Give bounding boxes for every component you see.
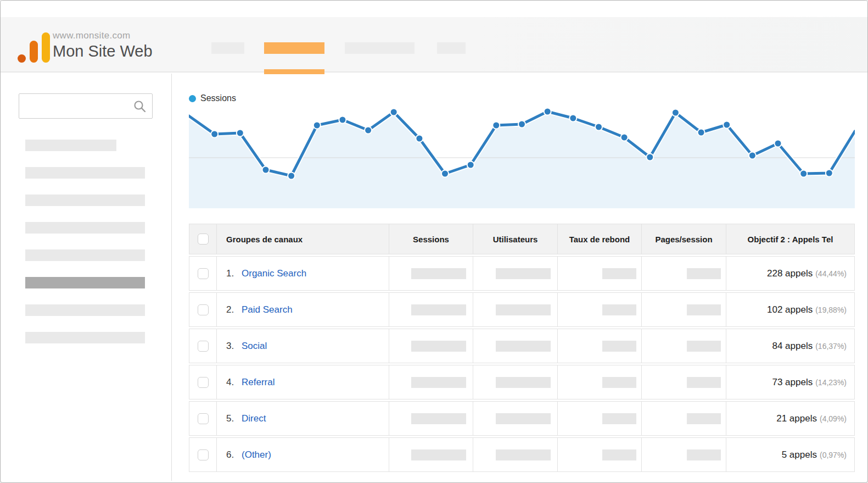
objective-value: 21 appels bbox=[776, 413, 817, 424]
chart-data-point bbox=[569, 115, 576, 122]
row-checkbox-cell bbox=[189, 329, 217, 363]
placeholder-bar bbox=[602, 268, 636, 279]
pages-session-cell bbox=[642, 401, 726, 436]
table-header-row: Groupes de canaux Sessions Utilisateurs … bbox=[189, 224, 855, 254]
placeholder-bar bbox=[411, 449, 466, 460]
row-checkbox[interactable] bbox=[198, 304, 209, 315]
placeholder-bar bbox=[411, 341, 466, 352]
row-rank: 6. bbox=[226, 449, 242, 460]
chart-data-point bbox=[698, 129, 705, 136]
bounce-rate-cell bbox=[558, 256, 642, 291]
pages-session-cell bbox=[642, 329, 726, 363]
objective-cell: 84 appels(16,37%) bbox=[726, 329, 855, 363]
row-rank: 2. bbox=[226, 304, 242, 315]
chart-data-point bbox=[262, 166, 270, 174]
objective-percent: (4,09%) bbox=[820, 414, 847, 423]
channel-link[interactable]: (Other) bbox=[242, 449, 271, 460]
channel-link[interactable]: Direct bbox=[242, 413, 266, 424]
channels-table: Groupes de canaux Sessions Utilisateurs … bbox=[189, 222, 855, 474]
objective-value: 102 appels bbox=[767, 304, 813, 315]
chart-data-point bbox=[288, 173, 295, 180]
bounce-rate-cell bbox=[558, 329, 642, 363]
pages-session-cell bbox=[642, 256, 726, 291]
sidebar-item-4[interactable] bbox=[25, 222, 145, 234]
search-icon bbox=[133, 99, 147, 113]
placeholder-bar bbox=[687, 377, 721, 388]
placeholder-bar bbox=[496, 449, 551, 460]
row-checkbox[interactable] bbox=[198, 449, 209, 460]
placeholder-bar bbox=[496, 341, 551, 352]
channel-link[interactable]: Organic Search bbox=[242, 268, 306, 279]
placeholder-bar bbox=[602, 377, 636, 388]
objective-cell: 102 appels(19,88%) bbox=[726, 292, 855, 327]
sidebar-item-7[interactable] bbox=[25, 304, 145, 316]
chart-data-point bbox=[544, 108, 551, 115]
objective-cell: 73 appels(14,23%) bbox=[726, 365, 855, 399]
placeholder-bar bbox=[687, 413, 721, 424]
sidebar-item-1[interactable] bbox=[25, 140, 116, 151]
row-checkbox-cell bbox=[189, 437, 217, 472]
sidebar-item-2[interactable] bbox=[25, 167, 145, 179]
active-tab-underline bbox=[264, 69, 324, 74]
chart-data-point bbox=[518, 121, 525, 128]
placeholder-bar bbox=[411, 268, 466, 279]
sessions-cell bbox=[389, 256, 473, 291]
pages-session-cell bbox=[642, 292, 726, 327]
col-header-users: Utilisateurs bbox=[473, 224, 558, 254]
channel-link[interactable]: Referral bbox=[242, 377, 275, 387]
row-rank: 3. bbox=[226, 341, 242, 352]
objective-value: 73 appels bbox=[772, 377, 813, 387]
chart-data-point bbox=[749, 152, 756, 159]
placeholder-bar bbox=[496, 268, 551, 279]
search-input[interactable] bbox=[19, 94, 152, 118]
users-cell bbox=[473, 329, 558, 363]
logo-bar-tall bbox=[42, 32, 50, 63]
header-checkbox-cell bbox=[189, 224, 217, 254]
objective-cell: 5 appels(0,97%) bbox=[726, 437, 855, 472]
row-checkbox-cell bbox=[189, 365, 217, 399]
header-tab-1[interactable] bbox=[211, 42, 244, 54]
row-checkbox[interactable] bbox=[198, 377, 209, 388]
chart-data-point bbox=[621, 134, 628, 141]
chart-data-point bbox=[416, 135, 423, 142]
logo-dot bbox=[18, 54, 26, 63]
app-header: www.monsite.com Mon Site Web bbox=[1, 1, 867, 74]
header-tab-3[interactable] bbox=[345, 42, 415, 54]
chart-data-point bbox=[646, 154, 653, 161]
sidebar-item-3[interactable] bbox=[25, 195, 145, 206]
chart-data-point bbox=[826, 170, 833, 177]
channel-cell: 4.Referral bbox=[217, 365, 389, 399]
channel-cell: 6.(Other) bbox=[217, 437, 389, 472]
sidebar-item-6-active[interactable] bbox=[25, 277, 145, 288]
row-checkbox-cell bbox=[189, 401, 217, 436]
row-checkbox[interactable] bbox=[198, 268, 209, 279]
sidebar-divider bbox=[171, 74, 172, 481]
placeholder-bar bbox=[496, 413, 551, 424]
header-tab-4[interactable] bbox=[437, 42, 466, 54]
objective-percent: (14,23%) bbox=[815, 378, 847, 387]
channel-cell: 1.Organic Search bbox=[217, 256, 389, 291]
chart-data-point bbox=[237, 130, 244, 137]
col-header-bounce-rate: Taux de rebond bbox=[558, 224, 642, 254]
chart-data-point bbox=[800, 170, 807, 177]
users-cell bbox=[473, 365, 558, 399]
sidebar-item-8[interactable] bbox=[25, 332, 145, 343]
placeholder-bar bbox=[602, 413, 636, 424]
legend-dot-icon bbox=[189, 95, 196, 102]
select-all-checkbox[interactable] bbox=[198, 234, 209, 245]
objective-value: 5 appels bbox=[782, 449, 817, 460]
sessions-cell bbox=[389, 401, 473, 436]
row-checkbox[interactable] bbox=[198, 413, 209, 424]
placeholder-bar bbox=[411, 377, 466, 388]
channel-link[interactable]: Paid Search bbox=[242, 304, 293, 315]
chart-data-point bbox=[365, 127, 372, 134]
row-checkbox[interactable] bbox=[198, 341, 209, 352]
placeholder-bar bbox=[687, 341, 721, 352]
sidebar-item-5[interactable] bbox=[25, 249, 145, 261]
site-url: www.monsite.com bbox=[53, 30, 130, 41]
channel-link[interactable]: Social bbox=[242, 341, 267, 351]
row-rank: 1. bbox=[226, 268, 242, 279]
header-tab-2-active[interactable] bbox=[264, 42, 324, 54]
chart-data-point bbox=[211, 131, 218, 138]
placeholder-bar bbox=[411, 413, 466, 424]
